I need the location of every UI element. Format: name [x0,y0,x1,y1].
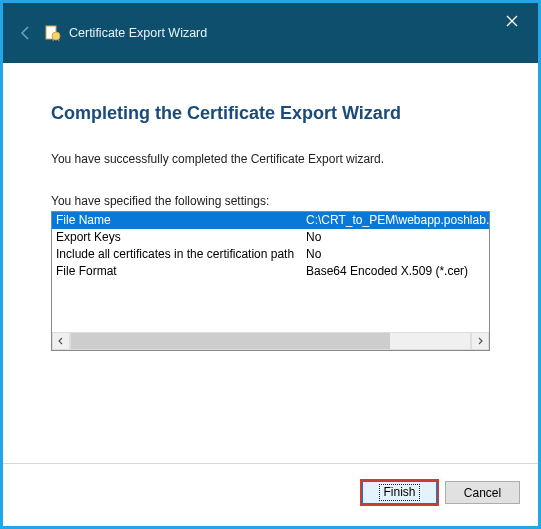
col-header-name: File Name [52,212,302,229]
certificate-icon [45,25,61,41]
table-row[interactable]: Export Keys No [52,229,489,246]
page-heading: Completing the Certificate Export Wizard [51,103,490,124]
settings-list: File Name C:\CRT_to_PEM\webapp.poshlab.x… [51,211,490,351]
status-text: You have successfully completed the Cert… [51,152,490,166]
scroll-left-button[interactable] [52,332,70,350]
close-button[interactable] [492,9,532,33]
back-button[interactable] [17,24,35,42]
scroll-thumb[interactable] [71,333,390,349]
cancel-button[interactable]: Cancel [445,481,520,504]
footer: Finish Cancel [3,463,538,521]
table-row[interactable]: File Format Base64 Encoded X.509 (*.cer) [52,263,489,280]
svg-point-1 [52,32,60,40]
row-label: File Format [52,263,302,280]
scroll-track[interactable] [70,332,471,350]
row-value: Base64 Encoded X.509 (*.cer) [302,263,489,280]
settings-header-row[interactable]: File Name C:\CRT_to_PEM\webapp.poshlab.x… [52,212,489,229]
titlebar: Certificate Export Wizard [3,3,538,63]
wizard-content: Completing the Certificate Export Wizard… [3,63,538,463]
settings-label: You have specified the following setting… [51,194,490,208]
settings-scroll-area: File Name C:\CRT_to_PEM\webapp.poshlab.x… [52,212,489,332]
row-label: Export Keys [52,229,302,246]
scroll-right-button[interactable] [471,332,489,350]
finish-button[interactable]: Finish [362,481,437,504]
titlebar-title: Certificate Export Wizard [69,26,207,40]
table-row[interactable]: Include all certificates in the certific… [52,246,489,263]
row-value: No [302,229,489,246]
settings-table: File Name C:\CRT_to_PEM\webapp.poshlab.x… [52,212,489,280]
col-header-value: C:\CRT_to_PEM\webapp.poshlab.xyz. [302,212,489,229]
row-label: Include all certificates in the certific… [52,246,302,263]
row-value: No [302,246,489,263]
horizontal-scrollbar[interactable] [52,332,489,350]
